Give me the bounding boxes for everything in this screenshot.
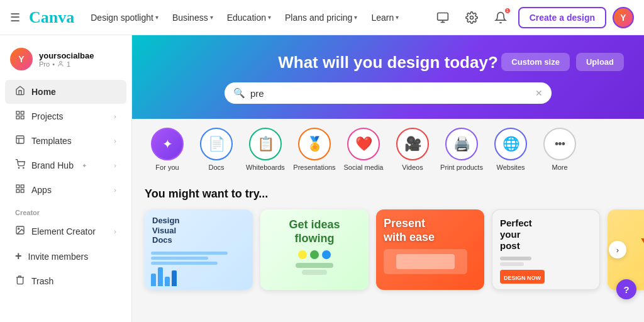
svg-rect-6 [21,111,24,114]
user-info: yoursocialbae Pro • 1 [39,51,94,68]
upload-button[interactable]: Upload [576,53,624,71]
websites-icon: 🌐 [494,128,527,160]
chevron-down-icon: ▾ [354,14,357,21]
sidebar-item-element-creator[interactable]: Element Creator › [5,219,126,243]
apps-icon [15,184,25,196]
nav-items: Design spotlight ▾ Business ▾ Education … [84,9,426,26]
try-card-post[interactable]: Perfectyourpost DESIGN NOW [492,209,600,290]
categories-row: ✦ For you 📄 Docs 📋 Whiteboards 🏅 [132,119,644,177]
top-navigation: ☰ Canva Design spotlight ▾ Business ▾ Ed… [0,0,644,35]
try-section-title: You might want to try... [145,187,631,201]
sidebar-item-home-label: Home [31,87,56,97]
main-layout: Y yoursocialbae Pro • 1 Home Projects [0,35,644,322]
svg-point-3 [470,16,473,19]
svg-rect-17 [16,189,19,192]
category-for-you[interactable]: ✦ For you [145,128,190,171]
chevron-right-icon: › [114,228,116,235]
hero-title: What will you design today? [278,53,498,72]
help-button[interactable]: ? [616,279,636,299]
category-websites[interactable]: 🌐 Websites [488,128,533,171]
sidebar-item-trash[interactable]: Trash [5,269,126,293]
home-icon [15,86,25,98]
presentations-icon: 🏅 [298,128,331,160]
chevron-right-icon: › [114,137,116,145]
chevron-down-icon: ▾ [155,14,158,21]
sidebar-user[interactable]: Y yoursocialbae Pro • 1 [0,43,131,79]
category-docs[interactable]: 📄 Docs [194,128,239,171]
notifications-icon-btn[interactable]: 1 [489,6,512,29]
user-avatar: Y [10,48,33,70]
chevron-down-icon: ▾ [396,14,399,21]
for-you-icon: ✦ [151,128,184,160]
search-clear-icon[interactable]: ✕ [535,88,543,98]
element-creator-icon [15,225,25,238]
user-meta: Pro • 1 [39,60,94,68]
svg-rect-8 [16,116,19,119]
logo-area: ☰ Canva [10,8,74,27]
nav-item-learn[interactable]: Learn ▾ [365,9,405,26]
category-social-media[interactable]: ❤️ Social media [341,128,386,171]
try-section: You might want to try... DesignVisualDoc… [132,177,644,295]
try-cards: DesignVisualDocs [145,209,631,290]
svg-point-13 [23,167,24,168]
chevron-right-icon: › [114,162,116,169]
try-card-docs[interactable]: DesignVisualDocs [145,209,253,290]
nav-item-design-spotlight[interactable]: Design spotlight ▾ [84,9,165,26]
nav-item-education[interactable]: Education ▾ [221,9,277,26]
svg-rect-0 [437,13,448,20]
nav-item-plans-pricing[interactable]: Plans and pricing ▾ [279,9,364,26]
category-print-products[interactable]: 🖨️ Print products [439,128,484,171]
user-name: yoursocialbae [39,51,94,60]
notification-badge: 1 [504,8,511,14]
social-media-icon: ❤️ [347,128,380,160]
settings-icon-btn[interactable] [460,6,483,29]
templates-icon [15,135,25,147]
hamburger-icon[interactable]: ☰ [10,11,20,25]
sidebar-item-trash-label: Trash [31,276,53,286]
svg-rect-7 [21,116,24,119]
trash-icon [15,275,25,287]
sidebar-item-invite-members[interactable]: + Invite members [5,244,126,269]
whiteboards-icon: 📋 [249,128,282,160]
category-videos[interactable]: 🎥 Videos [390,128,435,171]
topnav-right: 1 Create a design Y [431,6,634,29]
cards-next-arrow[interactable]: › [609,241,626,258]
sidebar-item-element-creator-label: Element Creator [31,226,96,236]
sidebar-item-brand-hub[interactable]: Brand Hub ✦ › [5,153,126,177]
sidebar-item-projects[interactable]: Projects › [5,104,126,128]
custom-size-button[interactable]: Custom size [501,53,570,71]
avatar[interactable]: Y [613,7,634,28]
sidebar-item-brand-hub-label: Brand Hub [31,160,74,170]
search-icon: 🔍 [233,87,245,99]
sidebar-item-home[interactable]: Home [5,80,126,104]
create-design-button[interactable]: Create a design [518,7,606,28]
svg-rect-15 [21,185,24,188]
svg-rect-5 [16,111,19,114]
svg-rect-14 [16,185,19,188]
category-whiteboards[interactable]: 📋 Whiteboards [243,128,288,171]
try-card-present[interactable]: Presentwith ease [376,209,484,290]
category-presentations[interactable]: 🏅 Presentations [292,128,337,171]
nav-item-business[interactable]: Business ▾ [166,9,219,26]
canva-logo[interactable]: Canva [29,8,74,27]
sidebar-item-templates-label: Templates [31,136,72,146]
invite-members-icon: + [15,250,22,263]
monitor-icon-btn[interactable] [431,6,454,29]
svg-point-4 [60,61,62,64]
hero-buttons: Custom size Upload [501,53,624,71]
sidebar-item-invite-members-label: Invite members [28,252,89,262]
svg-point-19 [18,228,19,230]
sidebar-item-apps[interactable]: Apps › [5,178,126,202]
brand-hub-star: ✦ [82,162,87,169]
card-ideas-content: Get ideasflowing [260,209,369,284]
hero-search-row: 🔍 ✕ [225,82,552,104]
more-icon: ••• [543,128,576,160]
videos-icon: 🎥 [396,128,429,160]
search-box: 🔍 ✕ [225,82,552,104]
search-input[interactable] [250,88,535,99]
sidebar: Y yoursocialbae Pro • 1 Home Projects [0,35,132,322]
main-content: Custom size Upload What will you design … [132,35,644,322]
sidebar-item-templates[interactable]: Templates › [5,129,126,153]
try-card-ideas[interactable]: Get ideasflowing [260,209,369,290]
category-more[interactable]: ••• More [537,128,582,171]
